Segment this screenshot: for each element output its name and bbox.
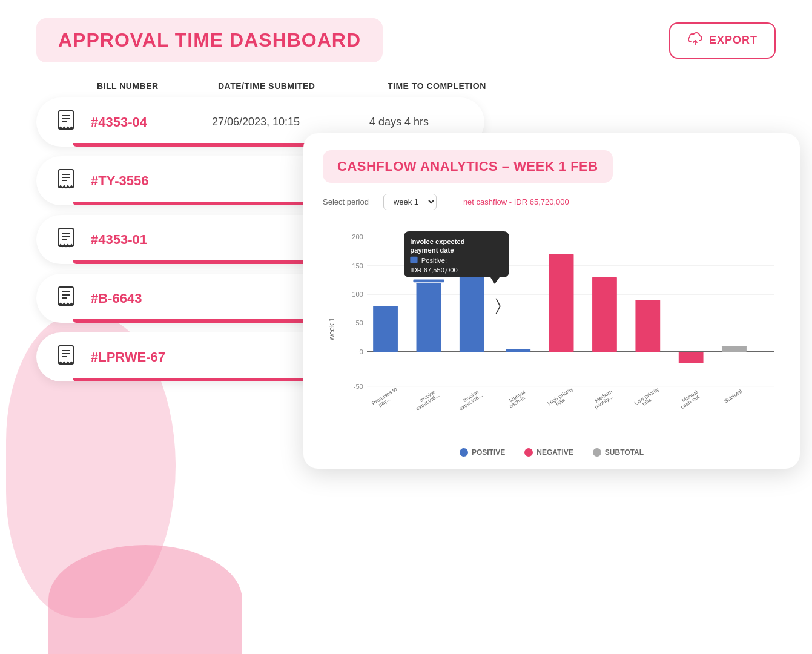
analytics-title-box: CASHFLOW ANALYTICS – WEEK 1 FEB <box>323 150 613 183</box>
y-axis-label: week 1 <box>323 317 336 340</box>
svg-text:Positive:: Positive: <box>421 257 447 264</box>
col-bill-header: BILL NUMBER <box>97 81 159 91</box>
export-label: EXPORT <box>709 34 758 47</box>
svg-rect-56 <box>410 257 417 263</box>
bar-high-priority <box>549 254 574 352</box>
legend-positive: POSITIVE <box>460 448 505 457</box>
col-date-header: DATE/TIME SUBMITED <box>218 81 315 91</box>
bill-number: #4353-01 <box>91 232 212 248</box>
svg-rect-5 <box>59 170 73 188</box>
chart-area: week 1 200 150 100 50 0 <box>323 220 781 438</box>
svg-rect-9 <box>59 228 73 246</box>
svg-rect-17 <box>59 346 73 364</box>
col-time-header: TIME TO COMPLETION <box>388 81 486 91</box>
export-cloud-icon <box>687 32 703 49</box>
page-container: APPROVAL TIME DASHBOARD EXPORT BILL NUMB… <box>0 0 812 654</box>
net-cashflow-badge: net cashflow - IDR 65,720,000 <box>463 197 569 206</box>
svg-text:0: 0 <box>360 348 363 355</box>
dashboard-title: APPROVAL TIME DASHBOARD <box>58 29 361 51</box>
svg-text:Invoice expected: Invoice expected <box>410 238 464 245</box>
blob-decoration-bottom <box>48 545 242 654</box>
bar-manual-cashout <box>679 352 704 363</box>
table-headers: BILL NUMBER DATE/TIME SUBMITED TIME TO C… <box>36 81 776 97</box>
svg-text:payment date: payment date <box>410 246 454 254</box>
svg-text:50: 50 <box>355 320 363 327</box>
legend-dot-negative <box>524 448 533 457</box>
chart-svg: 200 150 100 50 0 -50 <box>336 220 781 438</box>
bar-subtotal <box>722 346 747 351</box>
receipt-icon <box>54 108 91 136</box>
svg-text:IDR 67,550,000: IDR 67,550,000 <box>410 267 457 274</box>
bill-number: #LPRWE-67 <box>91 349 212 365</box>
receipt-icon <box>54 167 91 194</box>
bar-promises-positive <box>373 306 398 352</box>
bar-inv-exp1-positive <box>417 283 441 352</box>
chart-inner: 200 150 100 50 0 -50 <box>336 220 781 438</box>
analytics-controls: Select period week 1 week 2 week 3 week … <box>323 194 781 210</box>
export-button[interactable]: EXPORT <box>669 22 776 59</box>
header: APPROVAL TIME DASHBOARD EXPORT <box>36 18 776 62</box>
svg-text:Subtotal: Subtotal <box>723 388 744 404</box>
select-period-label: Select period <box>323 197 369 206</box>
svg-rect-13 <box>59 287 73 305</box>
bar-manual-cashin <box>506 349 530 352</box>
svg-text:100: 100 <box>352 291 363 298</box>
receipt-icon <box>54 226 91 253</box>
bill-number: #4353-04 <box>91 114 212 130</box>
receipt-icon <box>54 343 91 371</box>
legend-negative: NEGATIVE <box>524 448 573 457</box>
legend-dot-subtotal <box>593 448 601 457</box>
chart-legend: POSITIVE NEGATIVE SUBTOTAL <box>323 443 781 457</box>
svg-rect-33 <box>413 280 444 283</box>
svg-rect-1 <box>59 111 73 129</box>
svg-marker-53 <box>490 277 500 284</box>
receipt-icon <box>54 285 91 312</box>
bill-number: #TY-3556 <box>91 173 212 189</box>
legend-positive-label: POSITIVE <box>472 448 505 457</box>
legend-negative-label: NEGATIVE <box>536 448 573 457</box>
analytics-card: CASHFLOW ANALYTICS – WEEK 1 FEB Select p… <box>303 133 800 469</box>
bill-completion-time: 4 days 4 hrs <box>369 116 429 128</box>
bar-low-priority <box>635 300 660 352</box>
svg-text:-50: -50 <box>354 383 363 390</box>
bill-date: 27/06/2023, 10:15 <box>212 116 369 128</box>
legend-subtotal: SUBTOTAL <box>593 448 644 457</box>
svg-text:200: 200 <box>352 234 363 241</box>
title-box: APPROVAL TIME DASHBOARD <box>36 18 383 62</box>
bill-number: #B-6643 <box>91 291 212 306</box>
svg-text:150: 150 <box>352 262 363 269</box>
legend-dot-positive <box>460 448 468 457</box>
analytics-title: CASHFLOW ANALYTICS – WEEK 1 FEB <box>337 159 598 174</box>
legend-subtotal-label: SUBTOTAL <box>605 448 644 457</box>
svg-text:〉: 〉 <box>495 296 501 314</box>
bar-medium-priority <box>592 277 617 352</box>
period-select[interactable]: week 1 week 2 week 3 week 4 <box>383 194 437 210</box>
